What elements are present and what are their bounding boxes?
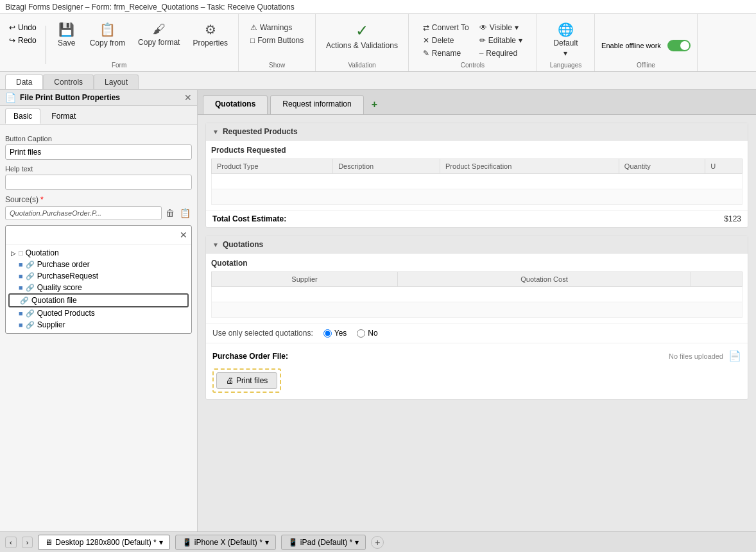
radio-no-input[interactable]	[357, 329, 365, 338]
tree-item-supplier[interactable]: ■ 🔗 Supplier	[8, 319, 189, 331]
tree-item-label: PurchaseRequest	[37, 272, 98, 280]
tree-dropdown: ✕ ▷ □ Quotation ■ 🔗 Purchase order	[5, 225, 192, 334]
actions-button[interactable]: ✓ Actions & Validations	[321, 19, 403, 53]
form-group-label: Form	[0, 62, 238, 69]
undo-button[interactable]: ↩ Undo	[5, 22, 40, 33]
convert-to-button[interactable]: ⇄ Convert To	[419, 22, 473, 33]
actions-icon: ✓	[356, 22, 368, 40]
tree-node-icon: ■	[19, 284, 23, 291]
warnings-button[interactable]: ⚠ Warnings	[246, 22, 307, 33]
form-body: ▼ Requested Products Products Requested …	[198, 115, 756, 415]
section-toggle-quotations[interactable]: ▼	[212, 241, 219, 248]
default-lang-button[interactable]: 🌐 Default ▾	[548, 19, 583, 60]
tab-data[interactable]: Data	[5, 74, 43, 89]
nav-prev-button[interactable]: ‹	[5, 537, 17, 548]
nav-next-button[interactable]: ›	[22, 537, 33, 548]
convert-label: Convert To	[432, 23, 469, 32]
tab-layout[interactable]: Layout	[94, 74, 139, 89]
quotation-row-empty2	[212, 302, 743, 318]
ipad-icon: 📱	[288, 538, 298, 547]
tree-item-purchase-order[interactable]: ■ 🔗 Purchase order	[8, 259, 189, 270]
radio-yes-input[interactable]	[323, 329, 332, 338]
required-button[interactable]: – Required	[476, 47, 526, 59]
prop-header-icon: 📄	[5, 92, 16, 103]
content-area: Quotations Request information + ▼ Reque…	[198, 90, 756, 531]
section-toggle-requested[interactable]: ▼	[212, 128, 219, 135]
tree-item-purchase-request[interactable]: ■ 🔗 PurchaseRequest	[8, 270, 189, 282]
panel-content: Button Caption Help text Source(s) * 🗑 📋	[0, 125, 197, 531]
lang-icon: 🌐	[558, 22, 574, 37]
visible-button[interactable]: 👁 Visible ▾	[476, 22, 526, 33]
form-buttons-button[interactable]: □ Form Buttons	[246, 35, 307, 46]
copy-format-button[interactable]: 🖌 Copy format	[133, 19, 185, 49]
copy-from-button[interactable]: 📋 Copy from	[85, 19, 130, 50]
redo-button[interactable]: ↪ Redo	[5, 35, 40, 46]
toggle-track[interactable]	[667, 40, 691, 51]
print-files-button[interactable]: 🖨 Print files	[216, 372, 277, 389]
left-panel: 📄 File Print Button Properties ✕ Basic F…	[0, 90, 198, 531]
radio-no[interactable]: No	[357, 329, 377, 338]
add-tab-button[interactable]: +	[366, 95, 382, 114]
delete-button[interactable]: ✕ Delete	[419, 35, 473, 46]
editable-button[interactable]: ✏ Editable ▾	[476, 35, 526, 46]
undo-label: Undo	[18, 23, 37, 32]
ribbon-group-validation: ✓ Actions & Validations Validation	[316, 14, 409, 71]
total-cost-row: Total Cost Estimate: $123	[206, 210, 748, 227]
offline-toggle[interactable]	[667, 40, 691, 51]
rename-icon: ✎	[423, 49, 429, 58]
separator	[46, 26, 46, 64]
add-device-button[interactable]: +	[371, 536, 384, 549]
undo-icon: ↩	[9, 23, 15, 32]
tree-close-button[interactable]: ✕	[178, 229, 189, 241]
device-desktop-button[interactable]: 🖥 Desktop 1280x800 (Default) * ▾	[38, 535, 169, 550]
sub-tab-basic[interactable]: Basic	[5, 108, 40, 124]
iphone-icon: 📱	[182, 538, 192, 547]
section-title-requested: Requested Products	[223, 127, 298, 136]
ribbon: ↩ Undo ↪ Redo 💾 Save 📋 Copy from 🖌 Copy …	[0, 14, 756, 72]
iphone-label: iPhone X (Default) *	[194, 538, 262, 547]
source-delete-button[interactable]: 🗑	[164, 207, 176, 220]
total-value: $123	[724, 214, 741, 223]
validation-group-label: Validation	[316, 62, 408, 69]
source-edit-button[interactable]: 📋	[178, 207, 192, 220]
device-iphone-button[interactable]: 📱 iPhone X (Default) * ▾	[175, 535, 276, 550]
form-tab-quotations[interactable]: Quotations	[203, 95, 268, 114]
tree-item-quotation[interactable]: ▷ □ Quotation	[8, 247, 189, 259]
button-caption-input[interactable]	[5, 144, 192, 160]
device-ipad-button[interactable]: 📱 iPad (Default) * ▾	[281, 535, 366, 550]
tree-item-quotation-file[interactable]: 🔗 Quotation file	[8, 293, 189, 307]
po-file-row: Purchase Order File: No files uploaded 📄	[212, 350, 741, 362]
help-text-input[interactable]	[5, 175, 192, 190]
tree-node-icon: ■	[19, 261, 23, 268]
tree-node-icon: □	[19, 249, 23, 257]
copy-format-icon: 🖌	[153, 22, 166, 37]
upload-icon[interactable]: 📄	[728, 350, 741, 362]
source-input[interactable]	[5, 206, 162, 220]
form-tab-request-info[interactable]: Request information	[270, 95, 363, 114]
tab-controls[interactable]: Controls	[43, 74, 94, 89]
col-product-spec: Product Specification	[440, 159, 619, 174]
sub-section-products: Products Requested Product Type Descript…	[206, 141, 748, 210]
desktop-dropdown-icon: ▾	[159, 538, 163, 547]
delete-icon: ✕	[423, 36, 429, 45]
tree-item-label: Quoted Products	[37, 309, 95, 318]
radio-yes[interactable]: Yes	[323, 329, 347, 338]
sub-section-title-products: Products Requested	[211, 146, 743, 155]
sub-tab-format[interactable]: Format	[43, 108, 84, 124]
tree-item-quality-score[interactable]: ■ 🔗 Quality score	[8, 282, 189, 293]
copy-format-label: Copy format	[138, 38, 180, 47]
prop-close-button[interactable]: ✕	[184, 92, 192, 103]
tree-item-label: Quality score	[37, 283, 82, 292]
properties-label: Properties	[193, 39, 228, 47]
quotations-table: Supplier Quotation Cost	[211, 272, 743, 318]
tree-item-quoted-products[interactable]: ■ 🔗 Quoted Products	[8, 307, 189, 319]
rename-button[interactable]: ✎ Rename	[419, 47, 473, 59]
save-button[interactable]: 💾 Save	[51, 19, 82, 50]
radio-yes-label: Yes	[334, 329, 347, 338]
ipad-dropdown-icon: ▾	[355, 538, 359, 547]
tree-node-icon: ■	[19, 321, 23, 329]
ipad-label: iPad (Default) *	[300, 538, 352, 547]
convert-icon: ⇄	[423, 23, 429, 32]
help-text-field: Help text	[5, 165, 192, 190]
properties-button[interactable]: ⚙ Properties	[187, 19, 233, 50]
